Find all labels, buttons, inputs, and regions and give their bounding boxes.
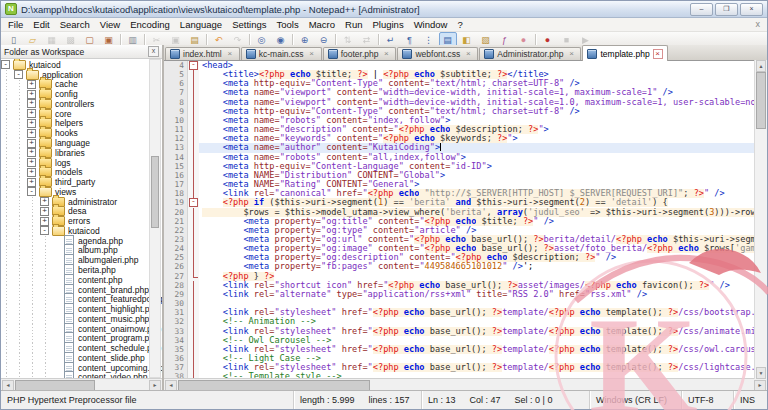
collapse-toggle-icon[interactable]: -	[1, 60, 10, 69]
tab-close-icon[interactable]: ×	[307, 49, 317, 59]
collapse-toggle-icon[interactable]: -	[14, 70, 23, 79]
expand-toggle-icon[interactable]: +	[27, 129, 36, 138]
tree-folder-desa[interactable]: +desa	[1, 206, 162, 216]
tree-file-content_featuredpost.p[interactable]: content_featuredpost.p	[1, 294, 162, 304]
code-line-9[interactable]: 9 <meta http-equiv="Content-Type" conten…	[164, 107, 767, 116]
tree-file-content_schedule.php[interactable]: content_schedule.php	[1, 343, 162, 353]
code-line-34[interactable]: 34 <!-- Owl Carousel -->	[164, 336, 767, 345]
menu-item-run[interactable]: Run	[340, 19, 367, 30]
tree-file-agenda.php[interactable]: agenda.php	[1, 236, 162, 246]
code-line-20[interactable]: 20 $rows = $this->model_utama->view_wher…	[164, 208, 767, 217]
tree-folder-libraries[interactable]: +libraries	[1, 148, 162, 158]
expand-toggle-icon[interactable]: +	[27, 139, 36, 148]
menu-item-help[interactable]: ?	[452, 19, 467, 30]
code-line-22[interactable]: 22 <meta property="og:type" content="art…	[164, 226, 767, 235]
tree-file-content_slide.php[interactable]: content_slide.php	[1, 353, 162, 363]
sidebar-vertical-scrollbar[interactable]	[149, 59, 161, 378]
editor-vertical-scrollbar[interactable]: ▲ ▼	[754, 60, 767, 379]
tab-webfont.css[interactable]: webfont.css×	[397, 47, 478, 60]
tab-index.html[interactable]: index.html×	[165, 47, 240, 60]
expand-toggle-icon[interactable]: +	[40, 197, 49, 206]
scroll-down-arrow[interactable]: ▼	[756, 367, 766, 379]
code-line-31[interactable]: 31 <link rel="stylesheet" href="<?php ec…	[164, 308, 767, 317]
code-line-33[interactable]: 33 <link rel="stylesheet" href="<?php ec…	[164, 327, 767, 336]
tree-folder-logs[interactable]: +logs	[1, 158, 162, 168]
code-line-7[interactable]: 7 <meta name="viewport" content="width=d…	[164, 88, 767, 97]
tree-folder-application[interactable]: -application	[1, 70, 162, 80]
expand-toggle-icon[interactable]: +	[40, 207, 49, 216]
tab-template.php[interactable]: template.php×	[582, 45, 667, 61]
code-line-26[interactable]: 26 <meta property="fb:pages" content="44…	[164, 262, 767, 271]
menu-item-language[interactable]: Language	[175, 19, 227, 30]
expand-toggle-icon[interactable]: +	[40, 217, 49, 226]
collapse-toggle-icon[interactable]: -	[27, 187, 36, 196]
tab-close-icon[interactable]: ×	[225, 49, 235, 59]
code-line-21[interactable]: 21 <meta property="og:title" content="<?…	[164, 217, 767, 226]
code-area[interactable]: 4<head>5 <title><?php echo $title; ?> | …	[164, 61, 767, 378]
tree-folder-language[interactable]: +language	[1, 138, 162, 148]
code-line-35[interactable]: 35 <link rel="stylesheet" href="<?php ec…	[164, 345, 767, 354]
menu-item-window[interactable]: Window	[409, 19, 453, 30]
scroll-up-arrow[interactable]: ▲	[756, 60, 766, 72]
menu-item-encoding[interactable]: Encoding	[125, 19, 175, 30]
panel-close-icon[interactable]: x	[148, 46, 159, 57]
expand-toggle-icon[interactable]: +	[27, 158, 36, 167]
code-line-37[interactable]: 37 <link rel="stylesheet" href="<?php ec…	[164, 363, 767, 372]
code-line-32[interactable]: 32 <!-- Animation -->	[164, 317, 767, 326]
expand-toggle-icon[interactable]: +	[27, 168, 36, 177]
tree-file-content.php[interactable]: content.php	[1, 275, 162, 285]
code-line-13[interactable]: 13 <meta name="author" content="KutaiCod…	[164, 143, 767, 152]
tree-folder-kutaicod[interactable]: -kutaicod	[1, 226, 162, 236]
code-line-30[interactable]: 30	[164, 299, 767, 308]
code-line-24[interactable]: 24 <meta property="og:image" content="<?…	[164, 244, 767, 253]
tree-folder-administrator[interactable]: +administrator	[1, 197, 162, 207]
tree-folder-hooks[interactable]: +hooks	[1, 128, 162, 138]
code-line-8[interactable]: 8 <meta name="viewport" content="width=d…	[164, 98, 767, 107]
tab-close-icon[interactable]: ×	[381, 49, 391, 59]
tree-file-content_brand.php[interactable]: content_brand.php	[1, 285, 162, 295]
tab-close-icon[interactable]: ×	[653, 49, 663, 59]
menu-item-file[interactable]: File	[3, 19, 28, 30]
tree-file-content_music.php[interactable]: content_music.php	[1, 314, 162, 324]
tree-file-content_highlight.php[interactable]: content_highlight.php	[1, 304, 162, 314]
code-line-23[interactable]: 23 <meta property="og:url" content="<?ph…	[164, 235, 767, 244]
fold-collapse-icon[interactable]	[188, 198, 199, 207]
code-line-6[interactable]: 6 <meta http-equiv="Content-Type" conten…	[164, 79, 767, 88]
code-line-5[interactable]: 5 <title><?php echo $title; ?> | <?php e…	[164, 70, 767, 79]
tree-folder-kutaicod[interactable]: -kutaicod	[1, 60, 162, 70]
code-line-28[interactable]: 28 <link rel="shortcut icon" href="<?php…	[164, 281, 767, 290]
menu-item-macro[interactable]: Macro	[304, 19, 340, 30]
expand-toggle-icon[interactable]: +	[27, 148, 36, 157]
fold-collapse-icon[interactable]	[188, 61, 199, 70]
code-line-10[interactable]: 10 <meta name="robots" content="index, f…	[164, 116, 767, 125]
menu-item-tools[interactable]: Tools	[271, 19, 303, 30]
tree-folder-views[interactable]: -views	[1, 187, 162, 197]
menu-item-view[interactable]: View	[95, 19, 125, 30]
tree-file-content_upcoming.php[interactable]: content_upcoming.php	[1, 363, 162, 373]
code-line-17[interactable]: 17 <meta NAME="Rating" CONTENT="General"…	[164, 180, 767, 189]
tree-file-albumgaleri.php[interactable]: albumgaleri.php	[1, 255, 162, 265]
tree-file-content_onairnow.php[interactable]: content_onairnow.php	[1, 324, 162, 334]
tree-folder-config[interactable]: +config	[1, 89, 162, 99]
expand-toggle-icon[interactable]: +	[27, 99, 36, 108]
code-line-16[interactable]: 16 <meta NAME="Distribution" CONTENT="Gl…	[164, 171, 767, 180]
code-line-18[interactable]: 18 <link rel="canonical" href="<?php ech…	[164, 189, 767, 198]
tree-folder-controllers[interactable]: +controllers	[1, 99, 162, 109]
tree-folder-core[interactable]: +core	[1, 109, 162, 119]
menu-item-plugins[interactable]: Plugins	[367, 19, 408, 30]
menu-item-edit[interactable]: Edit	[28, 19, 54, 30]
tree-file-berita.php[interactable]: berita.php	[1, 265, 162, 275]
code-line-15[interactable]: 15 <meta http-equiv="Content-Language" c…	[164, 162, 767, 171]
title-bar[interactable]: N D:\xampp\htdocs\kutaicod\application\v…	[1, 1, 767, 18]
code-line-25[interactable]: 25 <meta property="og:description" conte…	[164, 253, 767, 262]
code-line-12[interactable]: 12 <meta name="keywords" content="<?php …	[164, 134, 767, 143]
tab-close-icon[interactable]: ×	[566, 49, 576, 59]
tab-close-icon[interactable]: ×	[463, 49, 473, 59]
code-line-11[interactable]: 11 <meta name="description" content="<?p…	[164, 125, 767, 134]
tree-folder-models[interactable]: +models	[1, 167, 162, 177]
tree-file-album.php[interactable]: album.php	[1, 246, 162, 256]
tree-folder-helpers[interactable]: +helpers	[1, 119, 162, 129]
scrollbar-thumb[interactable]	[756, 72, 766, 129]
scrollbar-thumb[interactable]	[151, 156, 159, 228]
close-button[interactable]: ×	[740, 3, 763, 16]
